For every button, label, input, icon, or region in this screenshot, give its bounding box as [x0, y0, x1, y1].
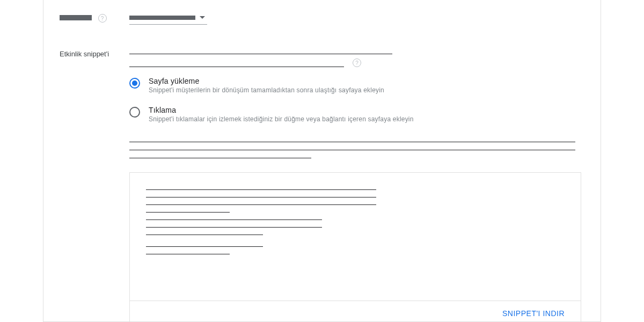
redacted-text-line	[129, 146, 575, 150]
chevron-down-icon	[200, 16, 205, 19]
radio-indicator	[129, 107, 140, 118]
code-card-footer: SNIPPET'I INDIR	[130, 301, 581, 322]
snippet-label: Etkinlik snippet'i	[60, 49, 129, 322]
code-snippet-body[interactable]	[130, 173, 581, 301]
code-line	[146, 193, 376, 197]
radio-desc: Snippet'i tıklamalar için izlemek istedi…	[149, 115, 414, 123]
field-label: ?	[60, 13, 129, 23]
code-line	[146, 216, 322, 220]
radio-page-load[interactable]: Sayfa yükleme Snippet'i müşterilerin bir…	[129, 77, 584, 94]
redacted-text-line	[129, 154, 311, 158]
redacted-text-line	[129, 62, 344, 67]
settings-card: ? Etkinlik snippet'i ? Sayfa yükleme	[43, 0, 601, 322]
code-line	[146, 223, 322, 228]
code-snippet-card: SNIPPET'I INDIR	[129, 172, 581, 322]
download-snippet-button[interactable]: SNIPPET'I INDIR	[502, 309, 565, 318]
description-text	[129, 138, 584, 158]
radio-desc: Snippet'i müşterilerin bir dönüşüm tamam…	[149, 86, 384, 94]
radio-title: Tıklama	[149, 106, 414, 114]
redacted-text-line	[129, 138, 575, 142]
radio-indicator-selected	[129, 78, 140, 89]
intro-text: ?	[129, 49, 584, 67]
select-row: ?	[43, 0, 601, 25]
code-line	[146, 243, 263, 247]
redacted-label	[60, 15, 92, 20]
snippet-content: ? Sayfa yükleme Snippet'i müşterilerin b…	[129, 49, 584, 322]
redacted-text-line	[129, 49, 392, 54]
radio-title: Sayfa yükleme	[149, 77, 384, 85]
code-line	[146, 208, 230, 213]
radio-click[interactable]: Tıklama Snippet'i tıklamalar için izleme…	[129, 106, 584, 123]
code-line	[146, 186, 376, 190]
code-line	[146, 250, 230, 254]
code-line	[146, 201, 376, 205]
code-line	[146, 231, 263, 235]
dropdown-value-redacted	[129, 16, 195, 20]
dropdown-field[interactable]	[129, 11, 207, 25]
snippet-section: Etkinlik snippet'i ? Sayfa yükleme Snipp…	[43, 49, 601, 322]
help-icon[interactable]: ?	[98, 14, 107, 23]
help-icon[interactable]: ?	[353, 58, 361, 67]
